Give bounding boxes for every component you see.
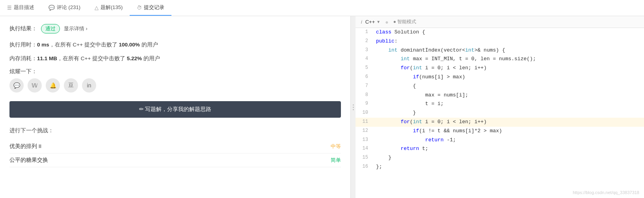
line-number: 12	[356, 127, 373, 136]
notify-btn[interactable]: 🔔	[46, 78, 60, 93]
linkedin-btn[interactable]: in	[82, 78, 96, 93]
memory-value: 11.1 MB	[37, 56, 57, 61]
challenge-name-0: 优美的排列 II	[9, 143, 41, 150]
code-table: 1class Solution {2public:3 int dominantI…	[356, 28, 644, 172]
table-row: 8 max = nums[i];	[356, 91, 644, 100]
time-percent: 100.00%	[119, 42, 140, 48]
tab-description[interactable]: ☰ 题目描述	[0, 0, 41, 16]
line-code: }	[373, 154, 644, 163]
line-code: max = nums[i];	[373, 91, 644, 100]
lang-icon: i	[361, 19, 362, 25]
time-suffix2: 的用户	[140, 42, 158, 48]
line-code: };	[373, 163, 644, 172]
tab-solutions[interactable]: △ 题解(135)	[87, 0, 130, 16]
table-row: 11 for(int i = 0; i < len; i++)	[356, 118, 644, 127]
tab-comments[interactable]: 💬 评论 (231)	[41, 0, 87, 16]
smart-mode-label: ● 智能模式	[393, 19, 417, 25]
time-stat-row: 执行用时：0 ms，在所有 C++ 提交中击败了 100.00% 的用户	[9, 41, 341, 50]
line-number: 7	[356, 82, 373, 91]
line-number: 4	[356, 55, 373, 64]
panel-resize-handle[interactable]	[351, 16, 356, 198]
line-number: 15	[356, 154, 373, 163]
lang-selector[interactable]: C++ ▼	[365, 19, 380, 25]
table-row: 16};	[356, 163, 644, 172]
tab-submissions[interactable]: ⏱ 提交记录	[130, 0, 171, 16]
line-code: int dominantIndex(vector<int>& nums) {	[373, 46, 644, 55]
line-number: 5	[356, 64, 373, 73]
line-number: 8	[356, 91, 373, 100]
line-code: for(int i = 0; i < len; i++)	[373, 118, 644, 127]
description-icon: ☰	[7, 5, 12, 11]
line-code: t = i;	[373, 100, 644, 109]
line-number: 9	[356, 100, 373, 109]
line-code: {	[373, 82, 644, 91]
table-row: 14 return t;	[356, 144, 644, 154]
right-panel: i C++ ▼ ● ● 智能模式 1class Solution {2publi…	[356, 16, 644, 198]
line-number: 16	[356, 163, 373, 172]
lang-label: C++	[365, 19, 375, 25]
douban-btn[interactable]: 豆	[64, 78, 78, 93]
line-number: 13	[356, 136, 373, 145]
line-code: return -1;	[373, 136, 644, 145]
challenge-row-0[interactable]: 优美的排列 II 中等	[9, 140, 341, 154]
result-label: 执行结果：	[9, 25, 37, 32]
separator: ●	[385, 19, 388, 25]
share-label: 炫耀一下：	[9, 68, 341, 75]
line-number: 3	[356, 46, 373, 55]
line-code: }	[373, 109, 644, 118]
table-row: 6 if(nums[i] > max)	[356, 73, 644, 82]
left-panel: 执行结果： 通过 显示详情 › 执行用时：0 ms，在所有 C++ 提交中击败了…	[0, 16, 351, 198]
memory-suffix2: 的用户	[142, 56, 160, 61]
table-row: 5 for(int i = 0; i < len; i++)	[356, 64, 644, 73]
table-row: 10 }	[356, 109, 644, 118]
table-row: 13 return -1;	[356, 136, 644, 145]
time-value: 0 ms	[37, 42, 49, 48]
details-link[interactable]: 显示详情 ›	[64, 25, 87, 32]
table-row: 15 }	[356, 154, 644, 163]
table-row: 2public:	[356, 37, 644, 46]
line-number: 10	[356, 109, 373, 118]
table-row: 4 int max = INT_MIN, t = 0, len = nums.s…	[356, 55, 644, 64]
next-challenge-label: 进行下一个挑战：	[9, 127, 341, 134]
wechat-btn[interactable]: 💬	[9, 78, 24, 93]
code-editor[interactable]: 1class Solution {2public:3 int dominantI…	[356, 28, 644, 198]
wechat-icon: 💬	[13, 82, 20, 89]
challenge-difficulty-0: 中等	[331, 143, 341, 150]
challenge-name-1: 公平的糖果交换	[9, 157, 48, 164]
tabs-bar: ☰ 题目描述 💬 评论 (231) △ 题解(135) ⏱ 提交记录	[0, 0, 644, 16]
line-number: 11	[356, 118, 373, 127]
weibo-icon: 𝕎	[32, 82, 38, 89]
table-row: 9 t = i;	[356, 100, 644, 109]
linkedin-icon: in	[87, 82, 91, 89]
line-code: if(nums[i] > max)	[373, 73, 644, 82]
line-code: public:	[373, 37, 644, 46]
weibo-btn[interactable]: 𝕎	[28, 78, 42, 93]
table-row: 1class Solution {	[356, 28, 644, 37]
line-number: 2	[356, 37, 373, 46]
result-row: 执行结果： 通过 显示详情 ›	[9, 24, 341, 33]
line-number: 6	[356, 73, 373, 82]
comments-icon: 💬	[48, 5, 55, 11]
challenge-difficulty-1: 简单	[331, 157, 341, 164]
line-code: if(i != t && nums[i]*2 > max)	[373, 127, 644, 136]
line-number: 14	[356, 144, 373, 154]
time-suffix: ，在所有 C++ 提交中击败了	[49, 42, 119, 48]
collapse-dot-1	[353, 104, 354, 105]
main-content: 执行结果： 通过 显示详情 › 执行用时：0 ms，在所有 C++ 提交中击败了…	[0, 16, 644, 198]
collapse-dot-3	[353, 109, 354, 110]
collapse-dot-2	[353, 107, 354, 108]
watermark: https://blog.csdn.net/qq_33837318	[573, 190, 639, 195]
line-code: int max = INT_MIN, t = 0, len = nums.siz…	[373, 55, 644, 64]
lang-chevron-icon: ▼	[376, 20, 380, 24]
submissions-icon: ⏱	[137, 5, 142, 11]
table-row: 7 {	[356, 82, 644, 91]
editor-header: i C++ ▼ ● ● 智能模式	[356, 16, 644, 28]
line-number: 1	[356, 28, 373, 37]
pass-badge: 通过	[41, 24, 60, 33]
table-row: 3 int dominantIndex(vector<int>& nums) {	[356, 46, 644, 55]
memory-prefix: 内存消耗：	[9, 56, 37, 61]
time-prefix: 执行用时：	[9, 42, 37, 48]
line-code: return t;	[373, 144, 644, 154]
challenge-row-1[interactable]: 公平的糖果交换 简单	[9, 154, 341, 167]
write-solution-button[interactable]: ✏ 写题解，分享我的解题思路	[9, 101, 341, 118]
